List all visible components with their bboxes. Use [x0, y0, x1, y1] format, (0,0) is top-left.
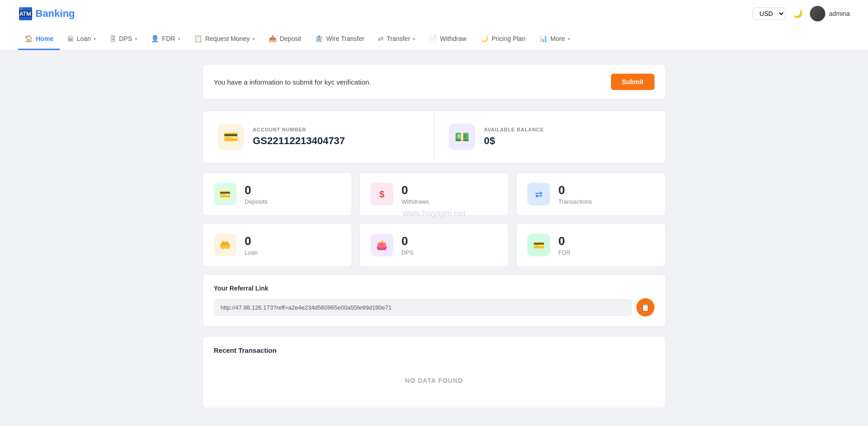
logo-icon: 🏧: [18, 7, 33, 21]
nav-item-home[interactable]: 🏠 Home: [18, 27, 60, 50]
referral-title: Your Referral Link: [214, 285, 655, 292]
balance-value: 0$: [484, 135, 544, 147]
deposit-icon: 📤: [268, 35, 277, 43]
main-nav: 🏠 Home 🏛 Loan ▾ 🗄 DPS ▾ 👤 FDR ▾ 📋 Reques…: [0, 27, 868, 50]
transactions-section: Recent Transaction NO DATA FOUND: [203, 336, 666, 408]
fdr-number: 0: [558, 234, 570, 248]
nav-label-home: Home: [36, 35, 54, 42]
kyc-banner: You have a information to submit for kyc…: [203, 64, 666, 100]
kyc-submit-button[interactable]: Submit: [611, 74, 654, 90]
deposits-label: Deposits: [245, 198, 268, 205]
fdr-icon-wrap: 💳: [527, 234, 550, 256]
deposits-icon-wrap: 💳: [214, 183, 237, 205]
nav-item-deposit[interactable]: 📤 Deposit: [262, 27, 308, 50]
balance-icon-wrap: 💵: [449, 124, 475, 150]
transactions-icon: ⇄: [535, 189, 543, 200]
stat-deposits: 💳 0 Deposits: [203, 172, 352, 216]
admin-name: admina: [829, 10, 850, 17]
dps-stat-icon: 👛: [376, 240, 387, 251]
transactions-label: Transactions: [558, 198, 592, 205]
fdr-stat-icon: 💳: [533, 240, 545, 251]
nav-label-transfer: Transfer: [387, 35, 410, 42]
nav-label-more: More: [551, 35, 565, 42]
chevron-down-icon-request: ▾: [253, 36, 255, 41]
header-right: USD 🌙 admina: [753, 6, 850, 21]
referral-section: Your Referral Link 📋: [203, 274, 666, 327]
transfer-icon: ⇄: [378, 35, 384, 43]
withdraws-info: 0 Withdraws: [402, 183, 429, 205]
transactions-info: 0 Transactions: [558, 183, 592, 205]
logo: 🏧 Banking: [18, 7, 75, 21]
account-number-card: 💳 ACCOUNT NUMBER GS22112213404737: [203, 111, 434, 163]
currency-selector[interactable]: USD: [753, 7, 785, 20]
transactions-icon-wrap: ⇄: [527, 183, 550, 205]
withdraws-label: Withdraws: [402, 198, 429, 205]
withdraws-number: 0: [402, 183, 429, 197]
nav-item-transfer[interactable]: ⇄ Transfer ▾: [372, 27, 422, 50]
stat-loan: 🤲 0 Loan: [203, 223, 352, 267]
nav-item-fdr[interactable]: 👤 FDR ▾: [144, 27, 187, 50]
account-balance-cards: 💳 ACCOUNT NUMBER GS22112213404737 💵 AVAI…: [203, 110, 666, 163]
chevron-down-icon-fdr: ▾: [178, 36, 180, 41]
nav-item-more[interactable]: 📊 More ▾: [533, 27, 576, 50]
nav-label-dps: DPS: [119, 35, 132, 42]
nav-label-request-money: Request Money: [205, 35, 250, 42]
balance-icon: 💵: [455, 130, 469, 144]
fdr-icon: 👤: [151, 35, 159, 43]
fdr-info: 0 FDR: [558, 234, 570, 256]
nav-label-withdraw: Withdraw: [440, 35, 466, 42]
nav-item-request-money[interactable]: 📋 Request Money ▾: [188, 27, 261, 50]
stat-fdr: 💳 0 FDR: [516, 223, 665, 267]
account-info: ACCOUNT NUMBER GS22112213404737: [253, 127, 345, 147]
chevron-down-icon-transfer: ▾: [413, 36, 415, 41]
kyc-message: You have a information to submit for kyc…: [214, 78, 371, 86]
loan-icon: 🏛: [67, 35, 74, 43]
referral-input-wrap: 📋: [214, 298, 655, 316]
copy-icon: 📋: [641, 303, 650, 312]
withdraws-icon: $: [379, 189, 384, 200]
nav-item-wire-transfer[interactable]: 🏦 Wire Transfer: [308, 27, 371, 50]
balance-label: AVAILABLE BALANCE: [484, 127, 544, 132]
dark-mode-toggle[interactable]: 🌙: [793, 9, 803, 19]
dps-info: 0 DPS: [402, 234, 414, 256]
chevron-down-icon-dps: ▾: [135, 36, 137, 41]
nav-label-pricing-plan: Pricing Plan: [491, 35, 526, 42]
dps-number: 0: [402, 234, 414, 248]
dps-label: DPS: [402, 249, 414, 256]
header: 🏧 Banking USD 🌙 admina: [0, 0, 868, 27]
deposits-info: 0 Deposits: [245, 183, 268, 205]
nav-label-deposit: Deposit: [280, 35, 301, 42]
balance-info: AVAILABLE BALANCE 0$: [484, 127, 544, 147]
avatar: [810, 6, 825, 21]
dps-icon-wrap: 👛: [371, 234, 393, 256]
withdraws-icon-wrap: $: [371, 183, 393, 205]
referral-link-input[interactable]: [214, 299, 632, 316]
chevron-down-icon-more: ▾: [568, 36, 570, 41]
loan-stat-icon: 🤲: [219, 240, 231, 251]
nav-item-loan[interactable]: 🏛 Loan ▾: [61, 28, 102, 50]
transactions-title: Recent Transaction: [214, 346, 655, 354]
loan-label: Loan: [245, 249, 258, 256]
account-label: ACCOUNT NUMBER: [253, 127, 345, 132]
nav-item-dps[interactable]: 🗄 DPS ▾: [103, 28, 144, 50]
account-icon-wrap: 💳: [218, 124, 244, 150]
stat-transactions: ⇄ 0 Transactions: [516, 172, 665, 216]
no-data-message: NO DATA FOUND: [214, 363, 655, 398]
wallet-icon: 💳: [223, 130, 238, 144]
nav-item-withdraw[interactable]: 📄 Withdraw: [422, 27, 473, 50]
deposits-number: 0: [245, 183, 268, 197]
nav-label-fdr: FDR: [162, 35, 175, 42]
stat-dps: 👛 0 DPS: [359, 223, 509, 267]
loan-icon-wrap: 🤲: [214, 234, 237, 256]
copy-link-button[interactable]: 📋: [636, 298, 655, 316]
loan-info: 0 Loan: [245, 234, 258, 256]
logo-text: Banking: [35, 8, 75, 20]
nav-item-pricing-plan[interactable]: 🌙 Pricing Plan: [474, 27, 532, 50]
balance-card: 💵 AVAILABLE BALANCE 0$: [434, 111, 665, 163]
loan-number: 0: [245, 234, 258, 248]
user-avatar-wrap[interactable]: admina: [810, 6, 850, 21]
request-money-icon: 📋: [194, 35, 203, 43]
more-icon: 📊: [539, 35, 548, 43]
transactions-number: 0: [558, 183, 592, 197]
home-icon: 🏠: [25, 35, 33, 43]
